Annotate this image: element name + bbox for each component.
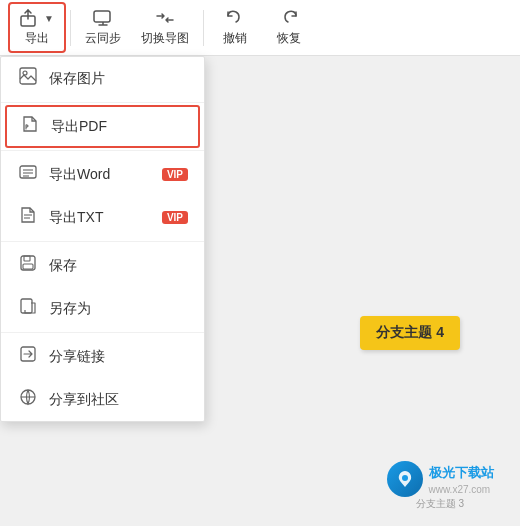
watermark-title: 极光下载站 [429, 464, 494, 482]
sync-icon [92, 8, 114, 28]
svg-rect-14 [24, 256, 30, 261]
switch-view-button[interactable]: 切换导图 [131, 4, 199, 51]
save-as-label: 另存为 [49, 300, 188, 318]
export-button[interactable]: ▼ 导出 [8, 2, 66, 53]
save-label: 保存 [49, 257, 188, 275]
share-community-icon [17, 388, 39, 411]
export-txt-item[interactable]: 导出TXT VIP [1, 196, 204, 239]
redo-button[interactable]: 恢复 [262, 4, 316, 51]
export-dropdown-menu: 保存图片 导出PDF 导出Word VIP [0, 56, 205, 422]
save-image-label: 保存图片 [49, 70, 188, 88]
divider2 [203, 10, 204, 46]
export-label: 导出 [25, 30, 49, 47]
switch-label: 切换导图 [141, 30, 189, 47]
svg-point-20 [402, 475, 408, 481]
save-image-item[interactable]: 保存图片 [1, 57, 204, 100]
branch-node[interactable]: 分支主题 4 [360, 316, 460, 350]
watermark-text-block: 极光下载站 www.x27.com [429, 464, 494, 495]
undo-button[interactable]: 撤销 [208, 4, 262, 51]
watermark: 极光下载站 www.x27.com 分支主题 3 [360, 446, 520, 526]
toolbar: ▼ 导出 云同步 切换导图 撤 [0, 0, 520, 56]
share-community-item[interactable]: 分享到社区 [1, 378, 204, 421]
switch-icon [154, 8, 176, 28]
sync-label: 云同步 [85, 30, 121, 47]
svg-rect-2 [94, 11, 110, 22]
export-pdf-label: 导出PDF [51, 118, 186, 136]
save-as-item[interactable]: 另存为 [1, 287, 204, 330]
export-icon: ▼ [20, 8, 54, 28]
export-pdf-item[interactable]: 导出PDF [5, 105, 200, 148]
export-word-label: 导出Word [49, 166, 148, 184]
svg-point-6 [23, 71, 27, 75]
export-word-item[interactable]: 导出Word VIP [1, 153, 204, 196]
export-pdf-icon [19, 115, 41, 138]
save-as-icon [17, 297, 39, 320]
word-vip-badge: VIP [162, 168, 188, 181]
watermark-url: www.x27.com [429, 484, 494, 495]
export-txt-label: 导出TXT [49, 209, 148, 227]
redo-icon [278, 8, 300, 28]
sync-button[interactable]: 云同步 [75, 4, 131, 51]
export-word-icon [17, 163, 39, 186]
menu-divider-1 [1, 102, 204, 103]
save-item[interactable]: 保存 [1, 244, 204, 287]
undo-label: 撤销 [223, 30, 247, 47]
txt-vip-badge: VIP [162, 211, 188, 224]
share-community-label: 分享到社区 [49, 391, 188, 409]
menu-divider-2 [1, 150, 204, 151]
dropdown-arrow-icon: ▼ [44, 13, 54, 24]
share-link-label: 分享链接 [49, 348, 188, 366]
watermark-subtitle: 分支主题 3 [416, 497, 464, 511]
svg-rect-15 [23, 264, 33, 269]
menu-divider-3 [1, 241, 204, 242]
save-icon [17, 254, 39, 277]
watermark-logo: 极光下载站 www.x27.com [387, 461, 494, 497]
watermark-icon [387, 461, 423, 497]
svg-rect-16 [21, 299, 32, 313]
redo-label: 恢复 [277, 30, 301, 47]
menu-divider-4 [1, 332, 204, 333]
share-link-item[interactable]: 分享链接 [1, 335, 204, 378]
undo-icon [224, 8, 246, 28]
save-image-icon [17, 67, 39, 90]
share-link-icon [17, 345, 39, 368]
divider [70, 10, 71, 46]
export-txt-icon [17, 206, 39, 229]
